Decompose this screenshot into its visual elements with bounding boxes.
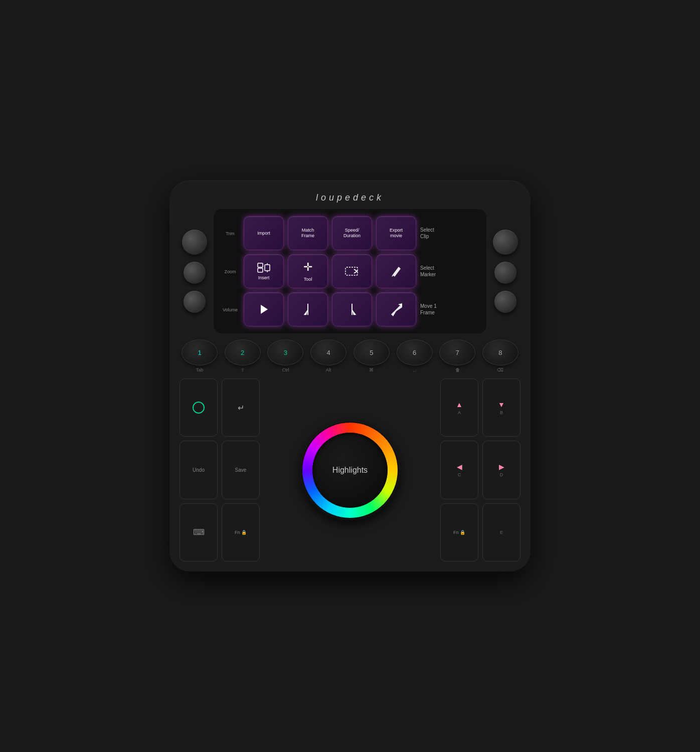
num-btn-6[interactable]: 6 bbox=[397, 339, 433, 365]
btn-insert[interactable]: Insert bbox=[244, 254, 284, 288]
row-label-2: Zoom bbox=[221, 269, 240, 274]
save-label: Save bbox=[235, 467, 247, 473]
btn-speed-duration[interactable]: Speed/Duration bbox=[332, 216, 372, 250]
key-label-delete: 🗑 bbox=[439, 367, 475, 372]
btn-keyboard[interactable]: ⌨ bbox=[180, 503, 218, 561]
right-arrow-icon: ▶ bbox=[499, 463, 504, 471]
bottom-section: ↵ Undo Save ⌨ Fn 🔒 Highlights bbox=[180, 379, 520, 561]
right-actions: ▲ A ▼ B ◀ C ▶ D Fn 🔒 E bbox=[440, 379, 520, 561]
label-b: B bbox=[500, 410, 503, 415]
btn-razor-left[interactable] bbox=[288, 292, 328, 326]
knob-mid-right[interactable] bbox=[494, 262, 516, 284]
svg-rect-2 bbox=[265, 265, 270, 271]
grid-row-3: Volume bbox=[221, 292, 479, 326]
btn-down-b[interactable]: ▼ B bbox=[482, 379, 520, 437]
btn-undo[interactable]: Undo bbox=[180, 441, 218, 499]
label-c: C bbox=[458, 472, 461, 477]
side-label-select-clip: SelectClip bbox=[420, 227, 449, 240]
btn-fn-lock[interactable]: Fn 🔒 bbox=[222, 503, 260, 561]
svg-rect-1 bbox=[258, 268, 263, 272]
key-label-alt: Alt bbox=[310, 367, 346, 372]
knob-top-right[interactable] bbox=[493, 230, 518, 255]
blade-icon bbox=[389, 302, 403, 316]
btn-play[interactable] bbox=[244, 292, 284, 326]
key-label-tab: Tab bbox=[182, 367, 218, 372]
razor-right-icon bbox=[346, 303, 358, 316]
circle-icon bbox=[193, 402, 205, 414]
btn-circle[interactable] bbox=[180, 379, 218, 437]
grid-row-2: Zoom Insert ✛ Tool bbox=[221, 254, 479, 288]
knob-top-left[interactable] bbox=[182, 230, 207, 255]
center-dial-section: Highlights bbox=[266, 379, 434, 561]
pen-icon bbox=[391, 265, 402, 278]
btn-blade[interactable] bbox=[376, 292, 416, 326]
knob-mid-left[interactable] bbox=[184, 262, 206, 284]
key-label-shift: ⇧ bbox=[225, 367, 261, 372]
insert-icon bbox=[257, 262, 271, 273]
num-btn-5[interactable]: 5 bbox=[354, 339, 390, 365]
btn-fn-right[interactable]: Fn 🔒 bbox=[440, 503, 478, 561]
knob-group-top-right bbox=[493, 230, 518, 255]
knob-bot-left[interactable] bbox=[184, 291, 206, 313]
grid-row-1: Trim Import MatchFrame Speed/Duration Ex… bbox=[221, 216, 479, 250]
key-label-backspace: ⌫ bbox=[482, 367, 518, 372]
razor-left-icon bbox=[302, 303, 313, 316]
knob-group-mid-right bbox=[494, 262, 516, 284]
fn-lock-label: Fn 🔒 bbox=[235, 530, 247, 535]
left-knobs bbox=[180, 230, 210, 313]
key-label-ctrl: Ctrl bbox=[267, 367, 303, 372]
up-arrow-icon: ▲ bbox=[456, 401, 463, 409]
svg-marker-6 bbox=[261, 305, 268, 314]
btn-import[interactable]: Import bbox=[244, 216, 284, 250]
enter-icon: ↵ bbox=[238, 403, 244, 413]
keyboard-icon: ⌨ bbox=[193, 527, 205, 537]
right-knobs bbox=[490, 230, 520, 313]
loupedeck-device: loupedeck Trim bbox=[169, 180, 531, 572]
num-btn-4[interactable]: 4 bbox=[310, 339, 346, 365]
side-label-select-marker: SelectMarker bbox=[420, 265, 449, 278]
label-e: E bbox=[500, 530, 503, 535]
grid-screen: Trim Import MatchFrame Speed/Duration Ex… bbox=[214, 209, 486, 333]
btn-left-c[interactable]: ◀ C bbox=[440, 441, 478, 499]
num-btn-2[interactable]: 2 bbox=[225, 339, 261, 365]
left-actions: ↵ Undo Save ⌨ Fn 🔒 bbox=[180, 379, 260, 561]
num-btn-1[interactable]: 1 bbox=[182, 339, 218, 365]
side-label-move-1-frame: Move 1Frame bbox=[420, 303, 449, 316]
btn-e[interactable]: E bbox=[482, 503, 520, 561]
btn-arrow-right[interactable] bbox=[332, 254, 372, 288]
left-arrow-icon: ◀ bbox=[457, 463, 462, 471]
btn-razor-right[interactable] bbox=[332, 292, 372, 326]
knob-group-top-left bbox=[182, 230, 207, 255]
btn-pen[interactable] bbox=[376, 254, 416, 288]
knob-group-bot-left bbox=[184, 291, 206, 313]
dial-label: Highlights bbox=[332, 466, 368, 475]
num-btn-8[interactable]: 8 bbox=[482, 339, 518, 365]
btn-up-a[interactable]: ▲ A bbox=[440, 379, 478, 437]
knob-bot-right[interactable] bbox=[494, 291, 516, 313]
logo: loupedeck bbox=[180, 193, 520, 203]
btn-export-movie[interactable]: Exportmovie bbox=[376, 216, 416, 250]
key-label-cmd: ⌘ bbox=[354, 367, 390, 372]
key-label-space: ⎵ bbox=[397, 367, 433, 372]
down-arrow-icon: ▼ bbox=[498, 401, 505, 409]
btn-enter[interactable]: ↵ bbox=[222, 379, 260, 437]
button-grid-section: Trim Import MatchFrame Speed/Duration Ex… bbox=[214, 209, 486, 333]
btn-match-frame[interactable]: MatchFrame bbox=[288, 216, 328, 250]
play-icon bbox=[258, 303, 270, 315]
label-a: A bbox=[458, 410, 461, 415]
top-section: Trim Import MatchFrame Speed/Duration Ex… bbox=[180, 209, 520, 333]
btn-right-d[interactable]: ▶ D bbox=[482, 441, 520, 499]
label-d: D bbox=[500, 472, 503, 477]
fn-right-icon: Fn 🔒 bbox=[453, 530, 465, 535]
num-btn-3[interactable]: 3 bbox=[267, 339, 303, 365]
key-labels: Tab ⇧ Ctrl Alt ⌘ ⎵ 🗑 ⌫ bbox=[180, 367, 520, 372]
btn-save[interactable]: Save bbox=[222, 441, 260, 499]
dial-container: Highlights bbox=[300, 420, 400, 520]
svg-rect-0 bbox=[258, 263, 263, 267]
dial-outer[interactable]: Highlights bbox=[300, 420, 400, 520]
undo-label: Undo bbox=[193, 467, 205, 473]
arrow-right-icon bbox=[345, 266, 359, 277]
btn-tool[interactable]: ✛ Tool bbox=[288, 254, 328, 288]
knob-group-bot-right bbox=[494, 291, 516, 313]
num-btn-7[interactable]: 7 bbox=[439, 339, 475, 365]
